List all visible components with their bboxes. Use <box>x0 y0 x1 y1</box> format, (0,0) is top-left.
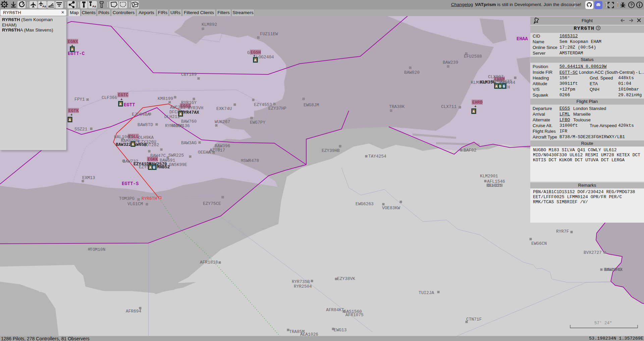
svg-text:BAW820: BAW820 <box>404 70 420 75</box>
svg-text:EFU2588: EFU2588 <box>464 54 482 59</box>
svg-text:DLH211: DLH211 <box>164 114 180 119</box>
svg-text:A: A <box>254 58 257 62</box>
svg-text:BAW239: BAW239 <box>443 60 458 65</box>
svg-text:EWG6CN: EWG6CN <box>531 241 547 246</box>
svg-text:CLF366: CLF366 <box>102 95 117 100</box>
svg-text:FUZ11EW: FUZ11EW <box>260 32 278 37</box>
svg-text:SSZ21: SSZ21 <box>74 127 88 132</box>
svg-text:EHAA: EHAA <box>517 36 528 42</box>
svg-text:TOM10N: TOM10N <box>90 247 105 252</box>
svg-text:RYR2504: RYR2504 <box>294 284 312 289</box>
svg-text:A: A <box>179 112 182 116</box>
svg-text:57' 24": 57' 24" <box>594 321 612 326</box>
svg-text:CTN71F: CTN71F <box>466 317 482 322</box>
svg-text:AFR1818: AFR1818 <box>200 260 218 265</box>
svg-text:A: A <box>495 84 498 89</box>
svg-text:MHB52: MHB52 <box>157 165 170 170</box>
svg-text:D: D <box>499 84 501 89</box>
svg-text:EZY39HB: EZY39HB <box>322 148 340 153</box>
svg-text:SWR478: SWR478 <box>244 158 259 163</box>
svg-text:G: G <box>503 84 505 89</box>
svg-text:OEEHA: OEEHA <box>198 150 211 155</box>
svg-text:EHRD: EHRD <box>472 100 483 105</box>
svg-text:EWG7PY: EWG7PY <box>250 120 265 125</box>
svg-text:RYR7F: RYR7F <box>556 229 569 234</box>
svg-text:A: A <box>132 143 134 147</box>
svg-text:TRA38K: TRA38K <box>389 104 405 109</box>
svg-text:RYR6TH: RYR6TH <box>142 196 157 201</box>
svg-text:CLX907: CLX907 <box>488 74 503 79</box>
svg-text:?: ? <box>630 3 633 7</box>
svg-text:SWR225: SWR225 <box>168 153 184 158</box>
svg-text:BAW322: BAW322 <box>116 142 131 147</box>
svg-text:G: G <box>153 166 155 170</box>
svg-text:BAW8TD: BAW8TD <box>138 122 153 127</box>
svg-text:EGNX: EGNX <box>68 39 78 44</box>
svg-text:G: G <box>247 50 250 55</box>
svg-text:Aa: Aa <box>42 5 46 8</box>
svg-text:KLM892: KLM892 <box>202 22 217 27</box>
svg-text:RYRK136: RYRK136 <box>172 123 190 128</box>
svg-text:RYR1GY: RYR1GY <box>181 100 197 105</box>
svg-text:TOM3PG: TOM3PG <box>119 196 135 201</box>
svg-text:DLH228: DLH228 <box>487 183 503 188</box>
svg-text:EXM13: EXM13 <box>82 175 95 180</box>
svg-text:BVX2727: BVX2727 <box>584 250 602 255</box>
svg-text:EWG13: EWG13 <box>334 328 346 333</box>
svg-text:EGSH: EGSH <box>251 50 261 55</box>
svg-text:+: + <box>70 113 73 117</box>
svg-text:EWG6263: EWG6263 <box>356 202 374 207</box>
svg-text:?: ? <box>597 26 599 30</box>
svg-text:+: + <box>474 105 477 109</box>
svg-text:VOE83KW: VOE83KW <box>382 206 400 211</box>
svg-text:EWG8JM: EWG8JM <box>304 103 319 108</box>
svg-text:EJU64BA: EJU64BA <box>132 112 150 117</box>
svg-text:RYR73SB: RYR73SB <box>292 279 310 284</box>
svg-text:EGTT: EGTT <box>124 102 135 108</box>
svg-text:AWC223: AWC223 <box>170 105 185 110</box>
svg-text:CBY189: CBY189 <box>181 72 197 77</box>
svg-text:EXK74U: EXK74U <box>216 106 232 111</box>
svg-text:LOT282: LOT282 <box>144 143 159 148</box>
svg-text:A: A <box>69 118 71 122</box>
svg-text:TAY4254: TAY4254 <box>368 154 386 159</box>
svg-text:VLG1CM: VLG1CM <box>127 202 143 207</box>
svg-text:A: A <box>119 102 122 106</box>
svg-text:AFR84KT: AFR84KT <box>326 307 344 312</box>
svg-text:GN5K99E: GN5K99E <box>169 162 187 167</box>
svg-text:KLM2901: KLM2901 <box>480 174 498 179</box>
svg-text:BAW47C: BAW47C <box>150 153 166 158</box>
svg-text:EZY38VK: EZY38VK <box>337 276 355 281</box>
svg-text:EGTT-S: EGTT-S <box>122 181 139 186</box>
svg-text:KLM35G: KLM35G <box>480 80 495 85</box>
svg-text:LOG2404: LOG2404 <box>256 55 274 60</box>
svg-text:RYR47AX: RYR47AX <box>181 110 199 115</box>
svg-text:EGTC: EGTC <box>118 93 128 98</box>
svg-text:EZY75CE: EZY75CE <box>203 201 221 206</box>
svg-text:BAW174X: BAW174X <box>605 267 623 272</box>
svg-text:FPY1: FPY1 <box>74 97 85 102</box>
svg-text:BAF02: BAF02 <box>464 148 476 153</box>
svg-text:AFR1075: AFR1075 <box>345 312 364 318</box>
svg-text:A: A <box>71 48 73 52</box>
svg-text:TUI2JA: TUI2JA <box>419 290 434 295</box>
svg-text:EZY37HP: EZY37HP <box>268 106 286 111</box>
svg-text:AZT017: AZT017 <box>210 148 225 153</box>
svg-text:Aa: Aa <box>92 5 96 8</box>
svg-text:WUK267: WUK267 <box>215 119 230 124</box>
svg-text:KM8199: KM8199 <box>158 96 173 101</box>
svg-text:A: A <box>149 166 152 170</box>
svg-text:AFR694: AFR694 <box>126 309 141 314</box>
svg-text:EGTK: EGTK <box>68 108 79 113</box>
svg-text:CLX711: CLX711 <box>441 104 457 109</box>
svg-text:A: A <box>473 110 475 114</box>
svg-text:BAW3AG: BAW3AG <box>181 140 197 146</box>
